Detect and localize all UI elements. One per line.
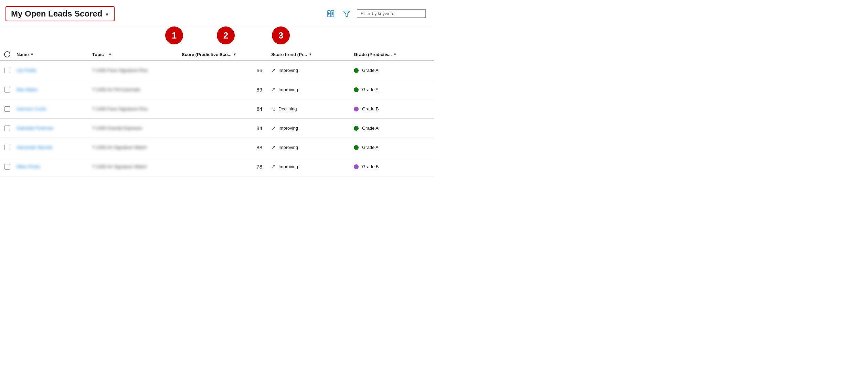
grade-dot-5: [354, 164, 359, 169]
cell-trend-0: ↗ Improving: [269, 67, 352, 74]
trend-label-4: Improving: [278, 145, 298, 150]
table-row: Max Baker T-1400 Air Fill Automatic 89 ↗…: [0, 80, 434, 99]
grade-label-0: Grade A: [362, 68, 379, 73]
trend-label-1: Improving: [278, 87, 298, 92]
grade-dot-3: [354, 126, 359, 131]
trend-arrow-5: ↗: [271, 163, 276, 170]
trend-arrow-1: ↗: [271, 86, 276, 93]
cell-score-2: 64: [180, 106, 269, 112]
cell-grade-2: Grade B: [352, 106, 427, 111]
cell-trend-5: ↗ Improving: [269, 163, 352, 170]
row-checkbox[interactable]: [0, 145, 14, 150]
name-sort-icon: ▼: [30, 52, 34, 56]
table-row: Lily Fields T-1400 Face Signature Plus 6…: [0, 61, 434, 80]
col-header-checkbox: [0, 51, 14, 57]
row-checkbox[interactable]: [0, 106, 14, 112]
col-header-name[interactable]: Name ▼: [14, 52, 90, 57]
table-body: Lily Fields T-1400 Face Signature Plus 6…: [0, 61, 434, 176]
cell-name-4[interactable]: Alexander Barnett: [14, 145, 90, 150]
grade-dot-1: [354, 87, 359, 92]
title-block[interactable]: My Open Leads Scored ∨: [6, 6, 115, 21]
trend-arrow-3: ↗: [271, 125, 276, 131]
trend-label-0: Improving: [278, 68, 298, 73]
grade-dot-0: [354, 68, 359, 73]
grade-label-3: Grade A: [362, 126, 379, 131]
table-row: Harrison Curtis T-1400 Face Signature Pl…: [0, 99, 434, 119]
grade-dot-2: [354, 107, 359, 111]
badges-row: 1 2 3: [0, 25, 434, 49]
col-header-score[interactable]: Score (Predictive Sco... ▼: [180, 52, 269, 57]
trend-label-2: Declining: [278, 106, 297, 111]
badge-1: 1: [165, 26, 183, 44]
row-cb-0[interactable]: [4, 68, 10, 73]
select-all-checkbox[interactable]: [4, 51, 10, 57]
cell-trend-4: ↗ Improving: [269, 144, 352, 151]
cell-topic-1: T-1400 Air Fill Automatic: [90, 87, 180, 92]
badge-3: 3: [272, 26, 290, 44]
row-checkbox[interactable]: [0, 68, 14, 73]
cell-topic-5: T-1400 Air Signature Watch: [90, 164, 180, 169]
grade-label-1: Grade A: [362, 87, 379, 92]
row-cb-5[interactable]: [4, 164, 10, 170]
cell-score-1: 89: [180, 87, 269, 93]
trend-sort-icon: ▼: [308, 52, 312, 56]
col-header-topic[interactable]: Topic ↑ ▼: [90, 52, 180, 57]
row-cb-3[interactable]: [4, 126, 10, 131]
column-headers: Name ▼ Topic ↑ ▼ Score (Predictive Sco..…: [0, 51, 434, 61]
filter-input[interactable]: [361, 11, 422, 16]
cell-name-2[interactable]: Harrison Curtis: [14, 106, 90, 111]
grade-dot-4: [354, 145, 359, 150]
table-row: Miles Porter T-1400 Air Signature Watch …: [0, 157, 434, 176]
trend-arrow-2: ↘: [271, 106, 276, 112]
svg-rect-0: [328, 11, 330, 17]
filter-input-wrap[interactable]: [357, 9, 426, 18]
cell-topic-0: T-1400 Face Signature Plus: [90, 68, 180, 73]
page-container: My Open Leads Scored ∨: [0, 0, 434, 195]
row-checkbox[interactable]: [0, 164, 14, 170]
cell-topic-2: T-1400 Face Signature Plus: [90, 106, 180, 111]
row-checkbox[interactable]: [0, 126, 14, 131]
grade-label-5: Grade B: [362, 164, 379, 169]
cell-name-3[interactable]: Gabriella Freeman: [14, 126, 90, 131]
filter-button[interactable]: [341, 8, 352, 19]
table-row: Gabriella Freeman T-1400 Grande Espresso…: [0, 119, 434, 138]
cell-trend-3: ↗ Improving: [269, 125, 352, 131]
cell-grade-3: Grade A: [352, 126, 427, 131]
cell-name-5[interactable]: Miles Porter: [14, 164, 90, 169]
topic-sort-icon: ↑ ▼: [105, 52, 112, 56]
column-settings-button[interactable]: [325, 8, 336, 19]
cell-topic-4: T-1400 Air Signature Watch: [90, 145, 180, 150]
grade-label-2: Grade B: [362, 106, 379, 111]
svg-marker-6: [343, 11, 350, 17]
badge-2: 2: [217, 26, 235, 44]
cell-topic-3: T-1400 Grande Espresso: [90, 126, 180, 131]
trend-label-5: Improving: [278, 164, 298, 169]
cell-trend-2: ↘ Declining: [269, 106, 352, 112]
trend-label-3: Improving: [278, 126, 298, 131]
grade-sort-icon: ▼: [393, 52, 397, 56]
header-actions: [325, 8, 426, 19]
cell-name-0[interactable]: Lily Fields: [14, 68, 90, 73]
cell-score-0: 66: [180, 67, 269, 73]
page-title: My Open Leads Scored: [11, 9, 102, 19]
row-cb-4[interactable]: [4, 145, 10, 150]
grade-label-4: Grade A: [362, 145, 379, 150]
title-chevron-icon: ∨: [105, 11, 109, 17]
cell-grade-4: Grade A: [352, 145, 427, 150]
score-sort-icon: ▼: [233, 52, 237, 56]
col-header-trend[interactable]: Score trend (Pr... ▼: [269, 52, 352, 57]
table-row: Alexander Barnett T-1400 Air Signature W…: [0, 138, 434, 157]
cell-grade-5: Grade B: [352, 164, 427, 169]
col-header-grade[interactable]: Grade (Predictiv... ▼: [352, 52, 427, 57]
cell-trend-1: ↗ Improving: [269, 86, 352, 93]
cell-name-1[interactable]: Max Baker: [14, 87, 90, 92]
header-row: My Open Leads Scored ∨: [0, 0, 434, 25]
row-cb-1[interactable]: [4, 87, 10, 93]
trend-arrow-0: ↗: [271, 67, 276, 74]
cell-score-5: 78: [180, 164, 269, 170]
row-cb-2[interactable]: [4, 106, 10, 112]
row-checkbox[interactable]: [0, 87, 14, 93]
cell-grade-1: Grade A: [352, 87, 427, 92]
trend-arrow-4: ↗: [271, 144, 276, 151]
cell-score-3: 84: [180, 125, 269, 131]
